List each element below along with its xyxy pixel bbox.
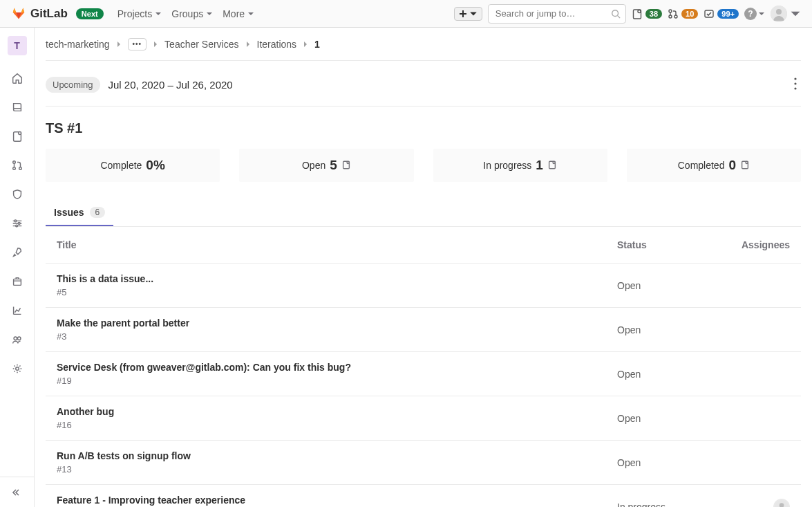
- svg-point-24: [794, 87, 796, 89]
- search-input[interactable]: [488, 4, 626, 24]
- sidebar-security[interactable]: [4, 181, 30, 208]
- chevron-down-icon: [790, 8, 801, 19]
- gitlab-logo-icon: [11, 5, 26, 22]
- breadcrumb: tech-marketing ••• Teacher Services Iter…: [46, 28, 801, 61]
- issue-title[interactable]: Make the parent portal better: [57, 317, 617, 329]
- stat-completed-value: 0: [728, 158, 736, 173]
- breadcrumb-iterations[interactable]: Iterations: [257, 39, 297, 50]
- sidebar-analytics[interactable]: [4, 297, 30, 324]
- stat-inprogress-value: 1: [536, 158, 543, 173]
- svg-point-19: [14, 337, 17, 340]
- issue-title-cell: Feature 1 - Improving teacher experience…: [57, 495, 617, 507]
- table-row[interactable]: Feature 1 - Improving teacher experience…: [46, 485, 801, 507]
- nav-projects[interactable]: Projects: [117, 8, 162, 19]
- issue-status: Open: [617, 369, 735, 380]
- actions-menu[interactable]: [790, 73, 801, 96]
- nav-groups-label: Groups: [171, 8, 203, 19]
- svg-point-20: [17, 337, 21, 340]
- stat-open-label: Open: [302, 160, 325, 171]
- svg-point-0: [612, 10, 619, 16]
- breadcrumb-more[interactable]: •••: [128, 38, 147, 50]
- table-row[interactable]: This is a data issue...#5Open: [46, 264, 801, 308]
- issue-status: Open: [617, 457, 735, 468]
- sidebar-home[interactable]: [4, 65, 30, 91]
- help-button[interactable]: ?: [744, 8, 765, 20]
- kebab-icon: [794, 77, 797, 90]
- svg-point-23: [794, 82, 796, 84]
- date-range: Jul 20, 2020 – Jul 26, 2020: [108, 79, 233, 91]
- sidebar-issues[interactable]: [4, 123, 30, 149]
- tab-issues[interactable]: Issues 6: [46, 200, 113, 226]
- col-title: Title: [57, 239, 617, 250]
- issue-icon: [341, 160, 351, 172]
- table-row[interactable]: Service Desk (from gweaver@gitlab.com): …: [46, 352, 801, 396]
- sidebar-collapse[interactable]: [0, 477, 34, 507]
- issues-table-header: Title Status Assignees: [46, 227, 801, 264]
- rocket-icon: [11, 246, 23, 259]
- svg-point-26: [347, 161, 349, 163]
- user-menu[interactable]: [771, 6, 801, 22]
- breadcrumb-teacher-services[interactable]: Teacher Services: [164, 39, 238, 50]
- stat-open: Open 5: [239, 149, 413, 182]
- sidebar-operations[interactable]: [4, 239, 30, 266]
- stat-open-value: 5: [330, 158, 337, 173]
- nav-mr-count[interactable]: 10: [668, 8, 698, 19]
- new-button[interactable]: [454, 7, 482, 21]
- assignee-avatar[interactable]: [773, 499, 790, 508]
- issue-icon: [547, 160, 557, 172]
- chevron-down-icon: [206, 10, 213, 17]
- issue-assignees: [735, 499, 790, 508]
- svg-point-9: [776, 9, 782, 15]
- merge-request-icon: [668, 8, 679, 19]
- breadcrumb-separator: [302, 39, 309, 50]
- breadcrumb-current: 1: [314, 39, 320, 50]
- sidebar-settings-slider[interactable]: [4, 210, 30, 237]
- issue-title[interactable]: Feature 1 - Improving teacher experience: [57, 495, 617, 506]
- todos-badge: 99+: [717, 9, 739, 19]
- brand[interactable]: GitLab: [11, 5, 68, 22]
- stats-row: Complete 0% Open 5 In progress 1 Complet…: [46, 149, 801, 182]
- primary-nav: Projects Groups More: [117, 8, 254, 19]
- breadcrumb-separator: [152, 39, 159, 50]
- issues-table-body: This is a data issue...#5OpenMake the pa…: [46, 264, 801, 507]
- nav-groups[interactable]: Groups: [171, 8, 213, 19]
- table-row[interactable]: Run A/B tests on signup flow#13Open: [46, 441, 801, 485]
- status-badge: Upcoming: [46, 77, 100, 93]
- issue-title[interactable]: Another bug: [57, 406, 617, 417]
- issue-title[interactable]: Run A/B tests on signup flow: [57, 450, 617, 461]
- sidebar-repository[interactable]: [4, 94, 30, 120]
- home-icon: [11, 72, 23, 84]
- search: [488, 4, 626, 24]
- mr-badge: 10: [681, 9, 698, 19]
- svg-point-17: [15, 225, 17, 227]
- shield-icon: [11, 188, 23, 201]
- tabs: Issues 6: [46, 200, 801, 227]
- issue-ref: #13: [57, 464, 617, 474]
- top-navbar: GitLab Next Projects Groups More 38 10: [0, 0, 812, 28]
- sidebar-merge-requests[interactable]: [4, 152, 30, 178]
- table-row[interactable]: Make the parent portal better#3Open: [46, 308, 801, 352]
- sidebar-packages[interactable]: [4, 268, 30, 295]
- stat-complete: Complete 0%: [46, 149, 220, 182]
- svg-point-11: [18, 132, 21, 135]
- nav-todos-count[interactable]: 99+: [704, 8, 739, 19]
- table-row[interactable]: Another bug#16Open: [46, 396, 801, 441]
- nav-issues-count[interactable]: 38: [632, 8, 662, 19]
- nav-more[interactable]: More: [223, 8, 254, 19]
- issues-badge: 38: [645, 9, 662, 19]
- col-assignees: Assignees: [735, 239, 790, 250]
- issue-status: In progress: [617, 501, 735, 508]
- project-avatar[interactable]: T: [8, 36, 27, 55]
- sidebar-members[interactable]: [4, 326, 30, 353]
- chevron-down-icon: [469, 10, 478, 18]
- sidebar-settings[interactable]: [4, 356, 30, 382]
- svg-point-12: [12, 161, 15, 164]
- svg-point-13: [12, 167, 15, 170]
- svg-point-3: [638, 10, 641, 12]
- issue-title[interactable]: This is a data issue...: [57, 273, 617, 284]
- breadcrumb-tech-marketing[interactable]: tech-marketing: [46, 39, 110, 50]
- user-avatar: [771, 6, 787, 22]
- tab-issues-count: 6: [90, 207, 106, 218]
- issue-status: Open: [617, 280, 735, 291]
- issue-title[interactable]: Service Desk (from gweaver@gitlab.com): …: [57, 362, 617, 373]
